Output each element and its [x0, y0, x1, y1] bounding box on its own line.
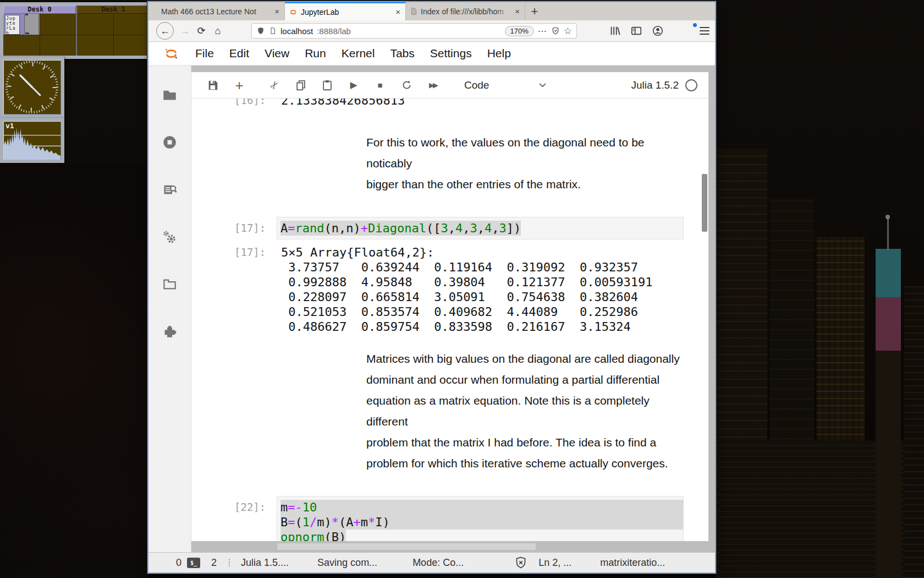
- kernel-status-label[interactable]: Julia 1.5....: [241, 557, 289, 569]
- terminals-count[interactable]: 0: [176, 557, 182, 569]
- kernel-switcher[interactable]: Julia 1.5.2: [631, 79, 697, 91]
- lit-tower: [876, 249, 901, 578]
- notebook-cell-output[interactable]: [16]:2.133838426856813: [191, 99, 708, 108]
- command-palette-icon[interactable]: [162, 182, 177, 197]
- close-icon[interactable]: ×: [273, 7, 280, 16]
- pager-desk-0[interactable]: Desk 0 JupyterLab: [3, 6, 76, 56]
- url-path[interactable]: :8888/lab: [317, 26, 351, 36]
- save-to-pocket-icon[interactable]: [551, 26, 560, 35]
- close-icon[interactable]: ×: [514, 7, 521, 16]
- copy-cells-button[interactable]: [292, 77, 310, 94]
- cell-prompt: [17]:: [191, 217, 277, 236]
- mode-status-label[interactable]: Mode: Co...: [413, 557, 464, 569]
- sound-widget-label: v1: [6, 122, 14, 130]
- analog-clock-widget: [0, 57, 64, 118]
- notebook-cell-code[interactable]: [22]:m=-10B=(1/m)*(A+m*I)opnorm(B): [191, 496, 708, 541]
- browser-toolbar-icons: [609, 25, 710, 37]
- kernels-count[interactable]: 2: [211, 557, 217, 569]
- pager-mini-window-jupyterlab[interactable]: JupyterLab: [5, 15, 20, 35]
- firefox-window: Math 466 oct13 Lecture Not × JupyterLab …: [147, 1, 716, 574]
- interrupt-kernel-button[interactable]: ■: [371, 77, 389, 94]
- notebook-cell-markdown[interactable]: Matrices with big values on the diagonal…: [191, 348, 708, 474]
- menu-item-kernel[interactable]: Kernel: [334, 47, 383, 60]
- page-actions-icon[interactable]: ⋯: [538, 26, 547, 36]
- saving-status-label[interactable]: Saving com...: [317, 557, 377, 569]
- horizontal-scrollbar-thumb[interactable]: [277, 543, 536, 550]
- url-bar[interactable]: localhost:8888/lab 170% ⋯ ☆: [251, 23, 577, 39]
- save-button[interactable]: [204, 77, 222, 94]
- background-building: [904, 286, 924, 578]
- notebook-cell-output[interactable]: [17]:5×5 Array{Float64,2}: 3.73757 0.639…: [191, 245, 708, 334]
- sidebars-icon[interactable]: [630, 25, 642, 37]
- tab-jupyterlab[interactable]: JupyterLab ×: [285, 2, 406, 20]
- back-button[interactable]: ←: [156, 22, 174, 40]
- tower-spire-light: [886, 215, 890, 219]
- notebook-scroll-area[interactable]: [16]:2.133838426856813For this to work, …: [191, 99, 708, 541]
- tab-title[interactable]: Math 466 oct13 Lecture Not: [161, 7, 270, 16]
- restart-kernel-button[interactable]: [397, 77, 416, 94]
- menu-item-view[interactable]: View: [257, 47, 297, 60]
- cursor-position-label[interactable]: Ln 2, ...: [538, 557, 571, 569]
- menu-item-edit[interactable]: Edit: [222, 47, 257, 60]
- tab-title[interactable]: JupyterLab: [301, 8, 391, 17]
- bookmark-star-icon[interactable]: ☆: [564, 25, 572, 37]
- home-button[interactable]: ⌂: [210, 23, 226, 39]
- cell-output-text: 5×5 Array{Float64,2}: 3.73757 0.639244 0…: [277, 245, 708, 334]
- zoom-level-badge[interactable]: 170%: [505, 26, 534, 36]
- clock-face-icon: [3, 60, 61, 114]
- menu-icon[interactable]: [700, 27, 710, 35]
- menu-item-help[interactable]: Help: [480, 47, 519, 60]
- running-sessions-icon[interactable]: [162, 135, 177, 150]
- pager-desk-1-label[interactable]: Desk 1: [77, 6, 150, 14]
- notebook-cell-markdown[interactable]: For this to work, the values on the diag…: [191, 132, 708, 195]
- paste-cells-button[interactable]: [318, 77, 337, 94]
- cut-cells-button[interactable]: ✂: [265, 77, 284, 94]
- terminal-icon[interactable]: $_: [187, 558, 200, 568]
- pager-desk-0-label[interactable]: Desk 0: [3, 6, 76, 14]
- tab-file-index[interactable]: Index of file:///x/libb/hom ×: [406, 2, 525, 20]
- vertical-scrollbar-thumb[interactable]: [702, 174, 707, 232]
- add-cell-button[interactable]: +: [230, 77, 249, 94]
- tracking-shield-icon[interactable]: [256, 26, 265, 35]
- reload-button[interactable]: ⟳: [193, 23, 210, 39]
- menu-item-file[interactable]: File: [188, 47, 222, 60]
- page-info-icon[interactable]: [269, 26, 277, 35]
- notification-dot: [693, 23, 697, 27]
- trust-shield-icon[interactable]: [514, 556, 527, 569]
- file-browser-icon[interactable]: [162, 88, 177, 102]
- property-inspector-gears-icon[interactable]: [162, 230, 177, 244]
- jupyter-logo-icon: [164, 46, 179, 61]
- tab-title[interactable]: Index of file:///x/libb/hom: [421, 7, 510, 16]
- menu-item-settings[interactable]: Settings: [422, 47, 480, 60]
- cell-type-dropdown[interactable]: Code: [464, 79, 547, 91]
- forward-button[interactable]: →: [177, 23, 193, 39]
- pager-mini-window[interactable]: [24, 14, 39, 35]
- cell-prompt: [22]:: [191, 496, 277, 515]
- close-icon[interactable]: ×: [394, 7, 402, 17]
- menu-item-run[interactable]: Run: [297, 47, 334, 60]
- open-tabs-icon[interactable]: [162, 277, 177, 292]
- desktop-pager[interactable]: Desk 0 JupyterLab Desk 1: [0, 2, 153, 59]
- pager-desk-0-body[interactable]: JupyterLab: [3, 14, 76, 56]
- kernel-status-icon[interactable]: [685, 79, 697, 91]
- url-host[interactable]: localhost: [280, 26, 313, 36]
- notebook-cell-code[interactable]: [17]:A=rand(n,n)+Diagonal([3,4,3,4,3]): [191, 217, 708, 239]
- new-tab-button[interactable]: +: [525, 2, 544, 20]
- tab-math-lecture[interactable]: Math 466 oct13 Lecture Not ×: [157, 2, 285, 20]
- jupyter-spinner-icon: [289, 8, 298, 17]
- extension-manager-icon[interactable]: [162, 324, 177, 339]
- run-all-button[interactable]: ▶▶: [424, 77, 442, 94]
- menu-item-tabs[interactable]: Tabs: [382, 47, 422, 60]
- jupyterlab-menu-bar: FileEditViewRunKernelTabsSettingsHelp: [148, 42, 715, 66]
- account-icon[interactable]: [652, 25, 664, 37]
- menu-items: FileEditViewRunKernelTabsSettingsHelp: [188, 47, 519, 60]
- run-cell-button[interactable]: ▶: [344, 77, 363, 94]
- notebook-filename-label[interactable]: matrixiteratio...: [600, 557, 665, 569]
- code-editor[interactable]: A=rand(n,n)+Diagonal([3,4,3,4,3]): [277, 217, 684, 239]
- desktop: Desk 0 JupyterLab Desk 1 v1: [0, 0, 924, 578]
- jupyterlab-left-sidebar: [148, 66, 191, 552]
- pager-desk-1-body[interactable]: [77, 14, 150, 56]
- pager-desk-1[interactable]: Desk 1: [76, 6, 150, 56]
- library-icon[interactable]: [609, 25, 621, 37]
- code-editor[interactable]: m=-10B=(1/m)*(A+m*I)opnorm(B): [277, 496, 684, 541]
